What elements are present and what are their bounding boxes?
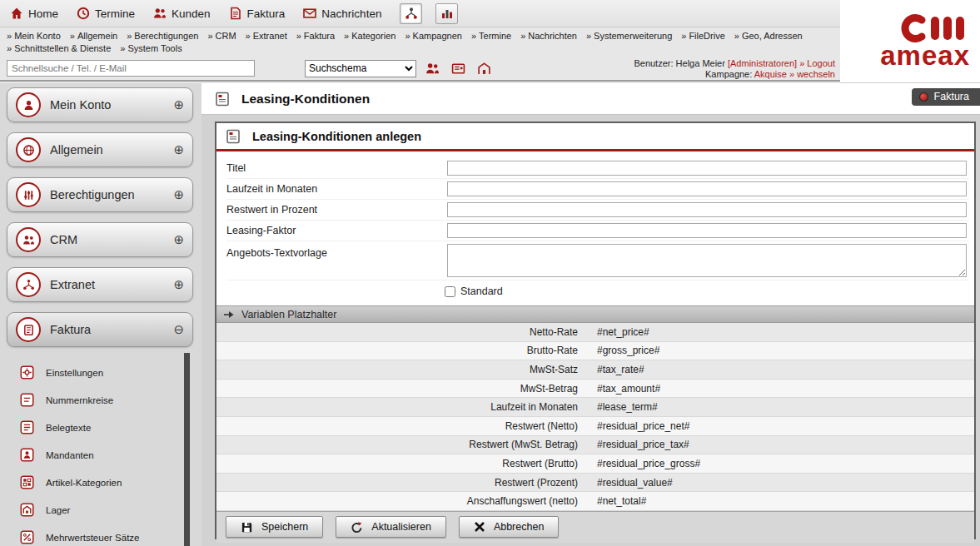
submenu-item-mandanten[interactable]: Mandanten xyxy=(0,441,201,469)
placeholder-value: #residual_price_tax# xyxy=(589,436,974,454)
placeholder-label: Restwert (Prozent) xyxy=(216,474,589,492)
sidebar-item-label: Mein Konto xyxy=(50,98,164,112)
menu-item-nachrichten[interactable]: Nachrichten xyxy=(303,7,381,20)
submenu-item-nummernkreise[interactable]: Nummernkreise xyxy=(0,386,201,414)
sidebar-item-mein-konto[interactable]: Mein Konto ⊕ xyxy=(7,87,193,122)
placeholder-value: #residual_price_gross# xyxy=(589,454,974,473)
breadcrumb-label: Extranet xyxy=(253,31,287,41)
page-title-bar: Leasing-Konditionen Faktura xyxy=(201,83,980,115)
numbering-icon xyxy=(20,393,34,407)
sidebar-item-faktura[interactable]: Faktura ⊖ xyxy=(7,312,193,347)
placeholder-label: Restwert (Brutto) xyxy=(216,454,589,473)
user-line: Benutzer: Helga Meier [Administratoren] … xyxy=(634,58,835,69)
submenu-item-einstellungen[interactable]: Einstellungen xyxy=(0,359,201,386)
expand-icon[interactable]: ⊕ xyxy=(173,279,184,291)
breadcrumb-item-kampagnen[interactable]: »Kampagnen xyxy=(405,30,461,42)
module-badge[interactable]: Faktura xyxy=(912,88,980,106)
breadcrumb-label: Mein Konto xyxy=(14,31,61,41)
breadcrumb-item-mein-konto[interactable]: »Mein Konto xyxy=(7,30,61,42)
statistics-button[interactable] xyxy=(435,3,458,24)
breadcrumb-label: Kategorien xyxy=(351,31,395,41)
building-icon xyxy=(477,62,491,76)
variables-section-title: Variablen Platzhalter xyxy=(241,309,336,320)
sidebar-item-label: Extranet xyxy=(50,278,164,291)
sidebar-item-crm[interactable]: CRM ⊕ xyxy=(7,222,193,257)
menu-item-home[interactable]: Home xyxy=(10,7,58,20)
breadcrumb-item-nachrichten[interactable]: »Nachrichten xyxy=(520,30,577,42)
save-button[interactable]: Speichern xyxy=(226,516,323,538)
table-row: Restwert (MwSt. Betrag) #residual_price_… xyxy=(216,436,974,455)
breadcrumb-item-filedrive[interactable]: »FileDrive xyxy=(681,30,725,42)
panel-title: Leasing-Konditionen anlegen xyxy=(252,130,421,143)
form-row-laufzeit: Laufzeit in Monaten xyxy=(226,179,969,200)
breadcrumb-label: Faktura xyxy=(304,31,335,41)
breadcrumb-item-kategorien[interactable]: »Kategorien xyxy=(344,30,395,42)
breadcrumb-item-faktura[interactable]: »Faktura xyxy=(296,30,335,42)
breadcrumb-item-allgemein[interactable]: »Allgemein xyxy=(70,30,117,42)
campaign-name[interactable]: Akquise xyxy=(754,69,787,79)
expand-icon[interactable]: ⊕ xyxy=(173,144,184,156)
sitemap-button[interactable] xyxy=(400,3,422,24)
logout-link[interactable]: » Logout xyxy=(799,58,835,68)
arrow-right-icon xyxy=(223,310,235,320)
categories-icon xyxy=(20,475,34,489)
breadcrumb-item-schnittstellen[interactable]: »Schnittstellen & Dienste xyxy=(7,42,111,55)
leasing-faktor-input[interactable] xyxy=(447,223,967,238)
search-input[interactable] xyxy=(7,60,255,77)
menu-label: Termine xyxy=(95,7,135,20)
save-button-label: Speichern xyxy=(261,521,308,533)
breadcrumb-item-geo-adressen[interactable]: »Geo, Adressen xyxy=(734,30,803,42)
breadcrumb-item-berechtigungen[interactable]: »Berechtigungen xyxy=(127,30,198,42)
table-row: Anschaffungswert (netto) #net_total# xyxy=(216,492,974,511)
search-schema-select[interactable]: Suchschema xyxy=(305,60,416,77)
collapse-icon[interactable]: ⊖ xyxy=(173,324,184,336)
main-menubar: Home Termine Kunden Faktura Nachrichten xyxy=(0,0,840,27)
chevron: » xyxy=(586,31,591,41)
submenu-item-belegtexte[interactable]: Belegtexte xyxy=(0,414,201,441)
table-row: Restwert (Prozent) #residual_value# xyxy=(216,474,974,493)
breadcrumb-item-system-tools[interactable]: »System Tools xyxy=(120,42,182,55)
submenu-item-artikel-kategorien[interactable]: Artikel-Kategorien xyxy=(0,469,201,496)
refresh-button[interactable]: Aktualisieren xyxy=(336,516,446,538)
campaign-switch-link[interactable]: » wechseln xyxy=(789,69,835,79)
panel-header: Leasing-Konditionen anlegen xyxy=(216,123,974,151)
page-title-icon xyxy=(214,91,231,107)
textvorlage-input[interactable] xyxy=(447,244,967,277)
ameax-logo-text: ameax xyxy=(880,42,970,69)
submenu-item-lager[interactable]: Lager xyxy=(0,496,201,524)
breadcrumb-item-systemerweiterung[interactable]: »Systemerweiterung xyxy=(586,30,672,42)
breadcrumb-item-termine[interactable]: »Termine xyxy=(471,30,511,42)
laufzeit-input[interactable] xyxy=(447,181,967,196)
users-icon xyxy=(153,7,167,20)
chevron: » xyxy=(127,31,132,41)
logo-panel: ameax xyxy=(840,0,980,83)
standard-checkbox[interactable] xyxy=(445,286,455,297)
sidebar-item-allgemein[interactable]: Allgemein ⊕ xyxy=(7,132,193,167)
card-index-button[interactable] xyxy=(449,60,468,77)
titel-input[interactable] xyxy=(447,161,967,176)
sidebar-item-berechtigungen[interactable]: Berechtigungen ⊕ xyxy=(7,177,193,212)
chevron: » xyxy=(734,31,739,41)
sidebar-item-extranet[interactable]: Extranet ⊕ xyxy=(7,267,193,302)
expand-icon[interactable]: ⊕ xyxy=(173,189,184,201)
page-title: Leasing-Konditionen xyxy=(241,92,370,107)
cancel-button[interactable]: Abbrechen xyxy=(459,516,559,538)
contacts-button[interactable] xyxy=(423,60,442,77)
standard-checkbox-label: Standard xyxy=(460,285,503,297)
menu-label: Home xyxy=(28,7,58,20)
menu-item-termine[interactable]: Termine xyxy=(77,7,135,20)
building-button[interactable] xyxy=(475,60,494,77)
chevron: » xyxy=(296,31,301,41)
breadcrumb-row-1: »Mein Konto »Allgemein »Berechtigungen »… xyxy=(7,30,833,42)
sidebar-scrollbar-thumb[interactable] xyxy=(184,353,190,546)
restwert-input[interactable] xyxy=(447,202,967,217)
breadcrumb-item-crm[interactable]: »CRM xyxy=(207,30,236,42)
restwert-label: Restwert in Prozent xyxy=(226,204,445,216)
submenu-item-mehrwertsteuer[interactable]: Mehrwertsteuer Sätze xyxy=(0,524,201,546)
sidebar-item-label: CRM xyxy=(50,233,164,246)
expand-icon[interactable]: ⊕ xyxy=(173,234,184,246)
breadcrumb-item-extranet[interactable]: »Extranet xyxy=(246,30,287,42)
menu-item-faktura[interactable]: Faktura xyxy=(229,7,286,20)
menu-item-kunden[interactable]: Kunden xyxy=(153,7,211,20)
expand-icon[interactable]: ⊕ xyxy=(173,99,184,112)
